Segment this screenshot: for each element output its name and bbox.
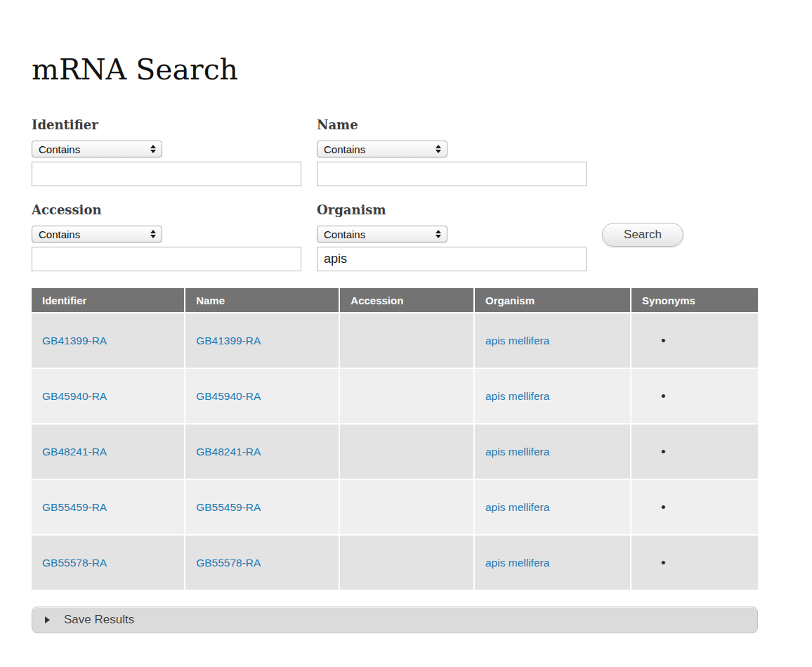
identifier-cell: GB41399-RA: [32, 313, 184, 368]
synonyms-cell: •: [631, 369, 758, 423]
name-operator-select[interactable]: Contains: [317, 141, 447, 157]
identifier-link[interactable]: GB55459-RA: [42, 501, 107, 513]
name-cell: GB48241-RA: [185, 425, 339, 479]
identifier-cell: GB55578-RA: [32, 536, 184, 590]
column-header-organism: Organism: [475, 288, 630, 312]
synonyms-cell: •: [631, 313, 758, 368]
identifier-cell: GB48241-RA: [32, 425, 184, 479]
identifier-operator-select-wrap: Contains: [32, 141, 162, 157]
accession-cell: [340, 425, 473, 479]
identifier-link[interactable]: GB55578-RA: [42, 557, 107, 569]
synonym-bullet: •: [642, 334, 666, 347]
table-row: GB55459-RA GB55459-RA apis mellifera •: [32, 480, 758, 534]
disclosure-triangle-icon: [45, 616, 50, 623]
column-header-name: Name: [185, 288, 339, 312]
name-cell: GB55459-RA: [185, 480, 339, 534]
name-input[interactable]: [317, 162, 587, 186]
table-row: GB41399-RA GB41399-RA apis mellifera •: [32, 313, 758, 368]
accession-label: Accession: [32, 202, 301, 217]
organism-operator-select-wrap: Contains: [317, 226, 447, 242]
field-name: Name Contains: [317, 117, 587, 186]
name-cell: GB55578-RA: [185, 536, 339, 590]
table-row: GB55578-RA GB55578-RA apis mellifera •: [32, 536, 758, 590]
identifier-cell: GB45940-RA: [32, 369, 184, 423]
identifier-link[interactable]: GB41399-RA: [42, 335, 107, 347]
name-cell: GB41399-RA: [185, 313, 339, 368]
identifier-operator-select[interactable]: Contains: [32, 141, 162, 157]
table-row: GB45940-RA GB45940-RA apis mellifera •: [32, 369, 758, 423]
name-operator-select-wrap: Contains: [317, 141, 447, 157]
organism-link[interactable]: apis mellifera: [485, 446, 549, 458]
results-table: Identifier Name Accession Organism Synon…: [30, 287, 759, 591]
organism-input[interactable]: [317, 247, 587, 271]
identifier-input[interactable]: [32, 162, 301, 186]
accession-cell: [340, 369, 473, 423]
search-form: Identifier Contains Name Contains Access…: [32, 117, 758, 271]
form-spacer: [602, 117, 758, 186]
name-link[interactable]: GB41399-RA: [196, 335, 261, 347]
organism-label: Organism: [317, 202, 587, 217]
organism-cell: apis mellifera: [475, 425, 630, 479]
organism-link[interactable]: apis mellifera: [485, 501, 549, 513]
synonyms-cell: •: [631, 536, 758, 590]
accession-input[interactable]: [32, 247, 301, 271]
column-header-synonyms: Synonyms: [631, 288, 758, 312]
organism-cell: apis mellifera: [475, 536, 630, 590]
results-header-row: Identifier Name Accession Organism Synon…: [32, 288, 758, 312]
name-cell: GB45940-RA: [185, 369, 339, 423]
organism-link[interactable]: apis mellifera: [485, 390, 549, 402]
synonym-bullet: •: [642, 556, 666, 569]
field-organism: Organism Contains: [317, 202, 587, 271]
identifier-cell: GB55459-RA: [32, 480, 184, 534]
save-results-label: Save Results: [64, 613, 134, 627]
identifier-label: Identifier: [32, 117, 301, 132]
name-link[interactable]: GB55459-RA: [196, 501, 261, 513]
name-label: Name: [317, 117, 587, 132]
organism-link[interactable]: apis mellifera: [485, 557, 549, 569]
synonym-bullet: •: [642, 500, 666, 514]
name-link[interactable]: GB48241-RA: [196, 446, 261, 458]
column-header-accession: Accession: [340, 288, 473, 312]
page-title: mRNA Search: [32, 53, 812, 86]
synonym-bullet: •: [642, 445, 666, 458]
identifier-link[interactable]: GB48241-RA: [42, 446, 107, 458]
name-link[interactable]: GB45940-RA: [196, 390, 261, 402]
organism-link[interactable]: apis mellifera: [485, 335, 549, 347]
name-link[interactable]: GB55578-RA: [196, 557, 261, 569]
field-identifier: Identifier Contains: [32, 117, 301, 186]
field-accession: Accession Contains: [32, 202, 301, 271]
synonyms-cell: •: [631, 425, 758, 479]
save-results-toggle[interactable]: Save Results: [32, 607, 758, 633]
accession-cell: [340, 480, 473, 534]
accession-cell: [340, 536, 473, 590]
accession-operator-select-wrap: Contains: [32, 226, 162, 242]
organism-cell: apis mellifera: [475, 480, 630, 534]
column-header-identifier: Identifier: [32, 288, 184, 312]
search-button[interactable]: Search: [602, 223, 683, 247]
synonym-bullet: •: [642, 389, 666, 403]
identifier-link[interactable]: GB45940-RA: [42, 390, 107, 402]
search-button-cell: Search: [602, 202, 758, 271]
organism-operator-select[interactable]: Contains: [317, 226, 447, 242]
table-row: GB48241-RA GB48241-RA apis mellifera •: [32, 425, 758, 479]
accession-operator-select[interactable]: Contains: [32, 226, 162, 242]
organism-cell: apis mellifera: [475, 313, 630, 368]
organism-cell: apis mellifera: [475, 369, 630, 423]
synonyms-cell: •: [631, 480, 758, 534]
mrna-search-page: mRNA Search Identifier Contains Name Con…: [0, 0, 812, 661]
accession-cell: [340, 313, 473, 368]
